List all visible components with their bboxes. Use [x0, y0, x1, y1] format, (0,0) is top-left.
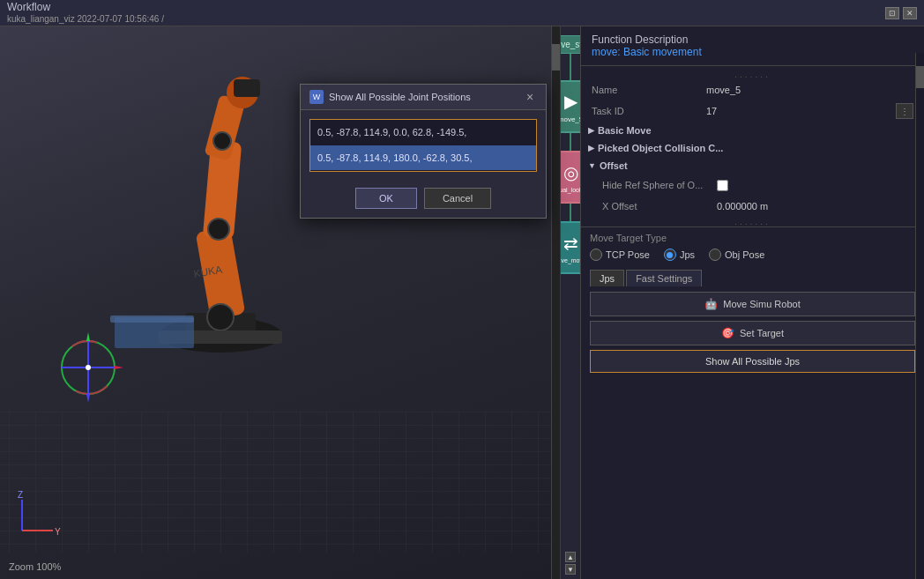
picked-obj-label: Picked Object Collision C... — [598, 143, 723, 153]
relative-move-5-node-label: relative_move_5 — [560, 257, 580, 264]
obj-pose-label: Obj Pose — [725, 249, 764, 260]
set-target-label: Set Target — [740, 328, 784, 338]
axes-indicator: Z Y — [13, 491, 62, 539]
joint-positions-dialog: W Show All Possible Joint Positions × 0.… — [300, 84, 547, 219]
task-id-value: 17 — [706, 106, 896, 116]
move-target-type-label: Move Target Type — [590, 233, 915, 243]
svg-text:Z: Z — [18, 491, 23, 500]
dialog-titlebar: W Show All Possible Joint Positions × — [301, 85, 546, 110]
visual-look-2-node[interactable]: ◎ visual_look_2 — [560, 151, 580, 204]
positions-list: 0.5, -87.8, 114.9, 0.0, 62.8, -149.5, 0.… — [309, 119, 537, 172]
tcp-pose-label: TCP Pose — [606, 249, 650, 260]
hide-ref-checkbox[interactable] — [717, 180, 728, 191]
obj-pose-radio[interactable]: Obj Pose — [709, 249, 764, 261]
show-all-jps-label: Show All Possible Jps — [705, 356, 800, 367]
offset-arrow: ▼ — [588, 161, 596, 170]
show-all-jps-button[interactable]: Show All Possible Jps — [590, 350, 915, 373]
svg-text:Y: Y — [55, 527, 61, 537]
svg-rect-0 — [0, 412, 560, 553]
workflow-controls: ⊡ ✕ — [885, 7, 917, 19]
restore-button[interactable]: ⊡ — [885, 7, 899, 19]
name-prop-value: move_5 — [706, 85, 913, 95]
x-offset-value: 0.000000 m — [717, 201, 913, 212]
relative-move-5-node[interactable]: ⇄ relative_move_5 — [560, 221, 580, 274]
dialog-cancel-button[interactable]: Cancel — [424, 188, 491, 209]
jps-radio-dot — [667, 252, 673, 258]
hide-ref-row: Hide Ref Sphere of O... — [581, 174, 924, 196]
close-window-button[interactable]: ✕ — [903, 7, 917, 19]
offset-section[interactable]: ▼ Offset — [581, 157, 924, 174]
hide-ref-label: Hide Ref Sphere of O... — [602, 180, 717, 190]
svg-point-8 — [207, 304, 234, 330]
set-target-button[interactable]: 🎯 Set Target — [590, 321, 915, 345]
visual-look-2-icon: ◎ — [563, 162, 578, 183]
right-panel: Function Description move: Basic movemen… — [580, 26, 924, 579]
right-panel-header: Function Description move: Basic movemen… — [581, 26, 924, 66]
x-offset-label: X Offset — [602, 201, 717, 212]
viewport-scroll-thumb[interactable] — [552, 44, 560, 71]
workflow-panel: move_start ▶ move_5 ◎ vis — [560, 26, 580, 579]
task-id-spinner[interactable]: ⋮ — [896, 103, 913, 119]
basic-move-section[interactable]: ▶ Basic Move — [581, 122, 924, 139]
move-simu-button[interactable]: 🤖 Move Simu Robot — [590, 292, 915, 316]
gizmo — [53, 332, 123, 403]
position-item-0[interactable]: 0.5, -87.8, 114.9, 0.0, 62.8, -149.5, — [310, 120, 536, 145]
svg-marker-21 — [86, 394, 90, 403]
tab-fast-settings[interactable]: Fast Settings — [626, 270, 702, 286]
right-panel-scroll-thumb[interactable] — [916, 66, 924, 88]
viewport-scrollbar[interactable] — [551, 26, 560, 579]
svg-rect-14 — [110, 315, 194, 323]
scroll-down-btn[interactable]: ▼ — [565, 564, 576, 575]
radio-group: TCP Pose Jps Obj Pose — [590, 249, 915, 261]
name-row: Name move_5 — [581, 79, 924, 100]
right-panel-scrollbar[interactable] — [915, 53, 924, 579]
move-5-node[interactable]: ▶ move_5 — [560, 80, 580, 133]
relative-move-5-icon: ⇄ — [563, 233, 578, 254]
connector-2 — [570, 133, 571, 151]
scroll-arrows: ▲ ▼ — [565, 552, 576, 575]
scroll-up-btn[interactable]: ▲ — [565, 552, 576, 562]
move-5-icon: ▶ — [564, 91, 578, 112]
picked-obj-section[interactable]: ▶ Picked Object Collision C... — [581, 139, 924, 157]
floor-area — [0, 412, 560, 553]
dialog-buttons: OK Cancel — [301, 181, 546, 218]
dialog-close-button[interactable]: × — [523, 90, 537, 104]
workflow-subtitle: kuka_liangan_viz 2022-07-07 10:56:46 / — [7, 14, 164, 25]
svg-marker-20 — [86, 332, 90, 341]
move-5-box: ▶ move_5 — [560, 80, 580, 133]
workflow-bar: Workflow kuka_liangan_viz 2022-07-07 10:… — [0, 0, 924, 26]
move-start-label: move_start — [560, 40, 580, 49]
zoom-indicator: Zoom 100% — [9, 561, 61, 572]
move-simu-label: Move Simu Robot — [723, 299, 800, 309]
move-simu-icon: 🤖 — [704, 298, 718, 310]
dialog-icon-label: W — [313, 93, 321, 101]
app-container: Workflow kuka_liangan_viz 2022-07-07 10:… — [0, 0, 924, 579]
task-id-label: Task ID — [592, 106, 706, 116]
function-description-label: Function Description — [592, 33, 913, 46]
tab-jps[interactable]: Jps — [590, 270, 624, 286]
nodes-area: move_start ▶ move_5 ◎ vis — [561, 26, 580, 579]
basic-move-arrow: ▶ — [588, 126, 594, 135]
dialog-ok-button[interactable]: OK — [355, 188, 417, 209]
basic-move-label: Basic Move — [598, 125, 652, 136]
set-target-icon: 🎯 — [721, 327, 734, 339]
task-id-row: Task ID 17 ⋮ — [581, 100, 924, 122]
svg-point-9 — [208, 219, 229, 240]
move-link[interactable]: move: Basic movement — [592, 46, 702, 58]
x-offset-row: X Offset 0.000000 m — [581, 196, 924, 217]
jps-radio-label: Jps — [680, 249, 695, 260]
tab-row: Jps Fast Settings — [581, 266, 924, 286]
picked-obj-arrow: ▶ — [588, 144, 594, 152]
dialog-icon: W — [309, 90, 324, 104]
jps-radio[interactable]: Jps — [664, 249, 695, 261]
jps-radio-circle — [664, 249, 676, 261]
move-start-node[interactable]: move_start — [560, 35, 580, 54]
position-item-1[interactable]: 0.5, -87.8, 114.9, 180.0, -62.8, 30.5, — [310, 145, 536, 171]
floor-grid — [0, 412, 560, 553]
relative-move-5-box: ⇄ relative_move_5 — [560, 221, 580, 274]
dots-separator-2: ....... — [581, 217, 924, 226]
action-buttons: 🤖 Move Simu Robot 🎯 Set Target Show All … — [581, 286, 924, 378]
svg-marker-19 — [115, 366, 123, 369]
tcp-pose-radio[interactable]: TCP Pose — [590, 249, 650, 261]
obj-pose-radio-circle — [709, 249, 721, 261]
